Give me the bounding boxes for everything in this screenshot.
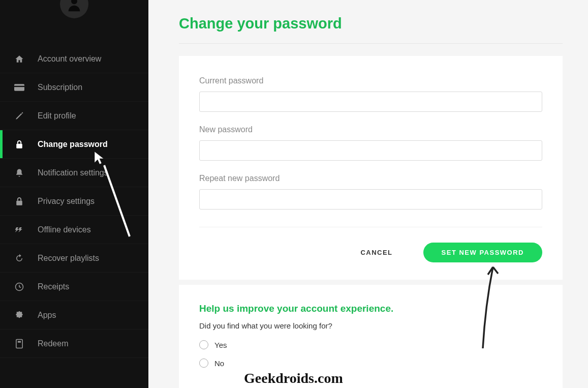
svg-rect-2 <box>14 85 24 87</box>
sidebar-item-label: Edit profile <box>38 111 76 121</box>
sidebar-item-label: Recover playlists <box>38 254 99 263</box>
set-new-password-button[interactable]: SET NEW PASSWORD <box>423 243 542 262</box>
svg-point-0 <box>71 0 77 4</box>
sidebar-item-notification-settings[interactable]: Notification settings <box>0 159 148 187</box>
sidebar-item-label: Apps <box>38 311 56 320</box>
card-icon <box>14 82 24 93</box>
svg-rect-7 <box>18 341 21 342</box>
device-icon <box>14 225 24 235</box>
repeat-password-label: Repeat new password <box>199 174 542 183</box>
sidebar-item-label: Notification settings <box>38 168 108 177</box>
sidebar-item-label: Account overview <box>38 54 101 64</box>
sidebar-item-label: Change password <box>38 140 108 149</box>
sidebar-item-privacy-settings[interactable]: Privacy settings <box>0 187 148 216</box>
main-content: Change your password Current password Ne… <box>148 0 588 388</box>
sidebar-item-apps[interactable]: Apps <box>0 301 148 330</box>
sidebar-item-recover-playlists[interactable]: Recover playlists <box>0 244 148 273</box>
refresh-icon <box>14 253 24 263</box>
repeat-password-group: Repeat new password <box>199 174 542 210</box>
feedback-no-label: No <box>214 359 224 368</box>
avatar[interactable] <box>60 0 88 18</box>
puzzle-icon <box>14 310 24 320</box>
sidebar-item-account-overview[interactable]: Account overview <box>0 45 148 73</box>
form-actions: CANCEL SET NEW PASSWORD <box>199 227 542 262</box>
svg-rect-1 <box>14 84 24 91</box>
feedback-option-no[interactable]: No <box>199 359 542 368</box>
sidebar-item-label: Offline devices <box>38 225 91 234</box>
home-icon <box>14 54 24 64</box>
new-password-group: New password <box>199 125 542 161</box>
svg-rect-4 <box>16 200 22 205</box>
sidebar-nav: Account overviewSubscriptionEdit profile… <box>0 45 148 358</box>
svg-rect-6 <box>16 339 22 348</box>
clock-icon <box>14 282 24 292</box>
watermark: Geekdroids.com <box>244 370 343 386</box>
current-password-input[interactable] <box>199 92 542 112</box>
sidebar-item-label: Subscription <box>38 83 82 92</box>
sidebar-item-label: Privacy settings <box>38 197 95 206</box>
sidebar-item-change-password[interactable]: Change password <box>0 130 148 159</box>
feedback-title: Help us improve your account experience. <box>199 303 542 314</box>
sidebar-item-receipts[interactable]: Receipts <box>0 273 148 301</box>
repeat-password-input[interactable] <box>199 189 542 210</box>
sidebar-item-subscription[interactable]: Subscription <box>0 73 148 102</box>
sidebar-item-label: Receipts <box>38 282 69 291</box>
lock-icon <box>14 196 24 206</box>
sidebar-item-edit-profile[interactable]: Edit profile <box>0 102 148 130</box>
current-password-label: Current password <box>199 76 542 85</box>
radio-icon <box>199 359 208 368</box>
sidebar-item-offline-devices[interactable]: Offline devices <box>0 216 148 244</box>
pencil-icon <box>14 111 24 121</box>
ticket-icon <box>14 339 24 349</box>
page-title: Change your password <box>179 15 563 44</box>
new-password-label: New password <box>199 125 542 134</box>
sidebar: Account overviewSubscriptionEdit profile… <box>0 0 148 388</box>
new-password-input[interactable] <box>199 140 542 161</box>
feedback-option-yes[interactable]: Yes <box>199 340 542 349</box>
feedback-question: Did you find what you were looking for? <box>199 321 542 330</box>
user-icon <box>66 0 83 13</box>
lock-icon <box>14 139 24 150</box>
feedback-yes-label: Yes <box>214 341 227 349</box>
svg-rect-3 <box>16 143 22 148</box>
current-password-group: Current password <box>199 76 542 112</box>
password-form-card: Current password New password Repeat new… <box>179 56 563 280</box>
sidebar-item-redeem[interactable]: Redeem <box>0 330 148 358</box>
cancel-button[interactable]: CANCEL <box>360 249 392 256</box>
feedback-card: Help us improve your account experience.… <box>179 285 563 388</box>
sidebar-item-label: Redeem <box>38 339 68 348</box>
radio-icon <box>199 340 208 349</box>
avatar-area <box>0 0 148 45</box>
bell-icon <box>14 168 24 178</box>
